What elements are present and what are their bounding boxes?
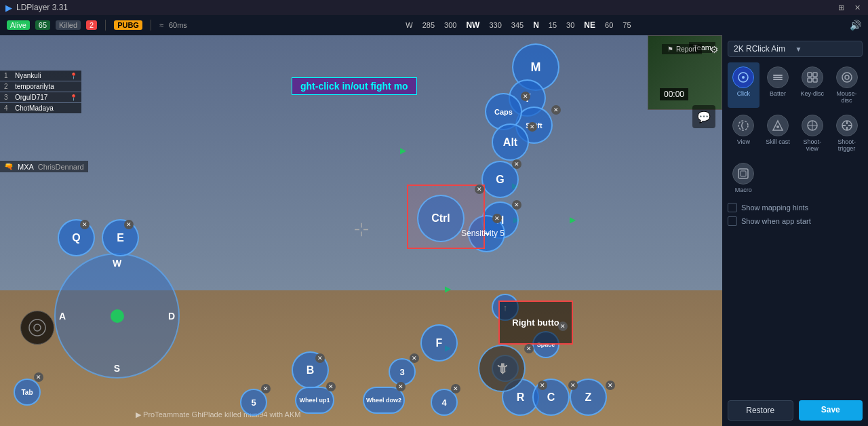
- show-mapping-hints-row[interactable]: Show mapping hints: [728, 203, 863, 212]
- separator: [105, 20, 106, 31]
- key-f-binding[interactable]: F: [420, 324, 458, 362]
- show-mapping-hints-checkbox[interactable]: [728, 203, 737, 212]
- game-viewport[interactable]: 1 Nyankuli 📍 2 temporarilyta 3 OrgulD717…: [0, 35, 722, 426]
- show-when-app-start-label: Show when app start: [741, 217, 811, 225]
- key-g-close[interactable]: ✕: [512, 159, 521, 169]
- wheel-down-close[interactable]: ✕: [396, 382, 406, 391]
- key-e-close[interactable]: ✕: [124, 220, 134, 229]
- 5-close[interactable]: ✕: [261, 384, 271, 393]
- separator2: [151, 20, 151, 31]
- tool-macro[interactable]: Macro: [728, 159, 760, 197]
- show-when-app-start-row[interactable]: Show when app start: [728, 216, 863, 226]
- macro-icon: [732, 163, 754, 185]
- mapping-preset-dropdown[interactable]: 2K RClick Aim ▼: [728, 41, 863, 57]
- tool-click-label: Click: [737, 90, 751, 97]
- key-q-close[interactable]: ✕: [80, 220, 90, 229]
- caps-close[interactable]: ✕: [521, 92, 530, 101]
- tool-click[interactable]: Click: [728, 62, 760, 108]
- space-close[interactable]: ✕: [558, 322, 568, 331]
- svg-rect-8: [773, 75, 783, 76]
- b-close[interactable]: ✕: [315, 353, 325, 363]
- weapon-name: MXA: [18, 163, 34, 171]
- list-item: 3 OrgulD717 📍: [0, 92, 81, 102]
- show-mapping-hints-label: Show mapping hints: [741, 204, 808, 212]
- tool-skill-cast[interactable]: Skill cast: [762, 111, 794, 156]
- speed-value: 60ms: [169, 21, 187, 29]
- restore-button[interactable]: Restore: [728, 400, 793, 421]
- right-button-label: Right butto: [512, 317, 559, 328]
- ctrl-close[interactable]: ✕: [475, 185, 484, 194]
- alt-close[interactable]: ✕: [528, 122, 537, 132]
- r-close[interactable]: ✕: [538, 381, 547, 390]
- tool-mouse-disc-label: Mouse-disc: [832, 90, 861, 104]
- tool-batter-label: Batter: [770, 90, 786, 97]
- svg-point-0: [29, 320, 45, 336]
- player-list: 1 Nyankuli 📍 2 temporarilyta 3 OrgulD717…: [0, 71, 81, 114]
- c-close[interactable]: ✕: [568, 381, 578, 390]
- wheel-up-close[interactable]: ✕: [326, 382, 336, 391]
- z-close[interactable]: ✕: [606, 381, 615, 390]
- joystick-center: [111, 309, 124, 323]
- mouse-disc-icon: [836, 66, 858, 88]
- svg-point-16: [845, 75, 849, 79]
- compass-w: W: [406, 21, 412, 29]
- show-when-app-start-checkbox[interactable]: [728, 216, 737, 226]
- movement-joystick[interactable]: W S A D: [54, 253, 180, 379]
- key-alt-binding[interactable]: Alt: [492, 123, 529, 161]
- compass-bar: W 285 300 NW 330 345 N 15 30 NE 60 75: [193, 20, 844, 30]
- key-disc-icon: [802, 66, 823, 88]
- app-title: LDPlayer 3.31: [16, 3, 835, 12]
- tool-shoot-view-label: Shoot-view: [798, 138, 827, 152]
- green-indicator-5: ▶: [445, 284, 454, 294]
- svg-rect-10: [773, 79, 783, 80]
- tool-shoot-view[interactable]: Shoot-view: [797, 111, 829, 156]
- key-s[interactable]: S: [114, 363, 120, 374]
- compass-75: 75: [623, 21, 631, 29]
- sensitivity-label: Sensitivity 5: [461, 229, 505, 238]
- shoot-view-icon: [802, 115, 823, 136]
- chat-icon[interactable]: 💬: [692, 105, 715, 128]
- key-h-close[interactable]: ✕: [512, 200, 521, 210]
- kill-feed: ▶ ProTeammate GhiPlade killed musi94 wit…: [136, 410, 300, 419]
- key-tab-binding[interactable]: Tab: [14, 379, 41, 406]
- 4-close[interactable]: ✕: [451, 384, 460, 393]
- key-w[interactable]: W: [113, 258, 121, 269]
- settings-button[interactable]: ⚙: [710, 44, 719, 55]
- svg-point-15: [842, 73, 852, 82]
- right-panel: 2K RClick Aim ▼ Click Batter Key-disc: [722, 35, 868, 426]
- melee-weapon-binding[interactable]: 🗡: [478, 345, 526, 392]
- compass-ne: NE: [584, 20, 595, 30]
- tool-key-disc-label: Key-disc: [801, 90, 825, 97]
- ctrl-key-binding[interactable]: Ctrl: [417, 195, 465, 242]
- key-d[interactable]: D: [168, 311, 175, 322]
- tool-key-disc[interactable]: Key-disc: [797, 62, 829, 108]
- game-toolbar: Alive 65 Killed 2 PUBG ≈ 60ms W 285 300 …: [0, 15, 868, 35]
- tool-mouse-disc[interactable]: Mouse-disc: [831, 62, 863, 108]
- restore-button[interactable]: ⊞: [835, 2, 846, 13]
- weapon-icon: 🔫: [4, 162, 14, 171]
- app-icon: ▶: [5, 3, 12, 13]
- key-a[interactable]: A: [59, 311, 66, 322]
- report-button[interactable]: ⚑ Report: [662, 44, 702, 54]
- titlebar: ▶ LDPlayer 3.31 ⊞ ✕: [0, 0, 868, 15]
- action-buttons: Restore Save: [728, 400, 863, 421]
- melee-close[interactable]: ✕: [524, 344, 534, 353]
- pubg-badge: PUBG: [114, 20, 142, 30]
- shift-close[interactable]: ✕: [551, 105, 561, 115]
- killed-count: 2: [86, 20, 97, 30]
- key-tab-close[interactable]: ✕: [34, 372, 43, 382]
- weapon-display: 🔫 MXA ChrisDennard: [0, 161, 88, 172]
- tool-view[interactable]: View: [728, 111, 760, 156]
- sound-icon[interactable]: 🔊: [850, 20, 861, 31]
- 3-close[interactable]: ✕: [410, 353, 419, 363]
- tilde-close[interactable]: ✕: [492, 214, 502, 223]
- tool-macro-label: Macro: [735, 187, 752, 193]
- alive-count: 65: [35, 20, 50, 30]
- tool-shoot-trigger[interactable]: Shoot-trigger: [831, 111, 863, 156]
- settings-icon: ⚙: [710, 44, 719, 55]
- tool-batter[interactable]: Batter: [762, 62, 794, 108]
- save-button[interactable]: Save: [799, 400, 863, 421]
- close-button[interactable]: ✕: [852, 2, 863, 13]
- report-icon: ⚑: [667, 45, 673, 53]
- dropdown-label: 2K RClick Aim: [734, 44, 795, 54]
